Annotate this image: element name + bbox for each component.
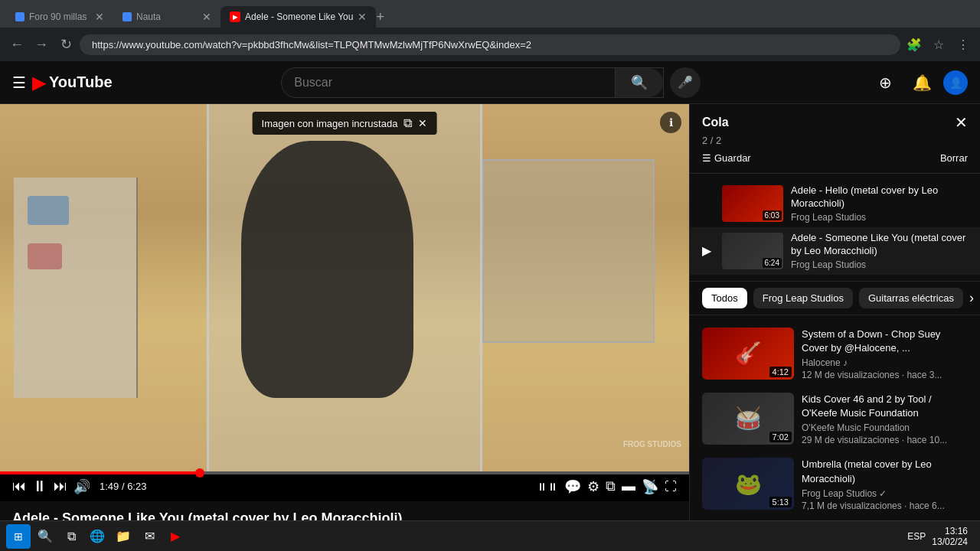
rec-tab-all[interactable]: Todos (702, 288, 747, 308)
rec-thumbnail-1: 🥁 7:02 (702, 393, 794, 445)
search-area: 🔍 🎤 (125, 67, 858, 98)
search-button[interactable]: 🔍 (615, 68, 663, 97)
pip-close-button[interactable]: ✕ (418, 117, 427, 129)
tab-label-1: Foro 90 millas (29, 11, 90, 22)
browser-menu-button[interactable]: ⋮ (952, 34, 974, 55)
rec-stats-2: 7,1 M de visualizaciones · hace 6... (802, 500, 968, 511)
fullscreen-button[interactable]: ⛶ (665, 480, 677, 494)
sidebar: Cola ✕ 2 / 2 ☰ Guardar Borrar 6:0 (689, 104, 980, 551)
rec-tabs-arrow[interactable]: › (969, 290, 974, 306)
reload-button[interactable]: ↻ (55, 34, 77, 55)
cast-button[interactable]: 📡 (642, 478, 658, 495)
address-bar[interactable] (80, 34, 900, 55)
queue-thumbnail-1: 6:03 (722, 185, 783, 222)
browser-tab-3[interactable]: ▶ Adele - Someone Like You ✕ (220, 6, 376, 28)
rec-item-0[interactable]: 🎸 4:12 System of a Down - Chop Suey Cove… (690, 321, 980, 386)
queue-item-channel-2: Frog Leap Studios (791, 259, 968, 270)
new-tab-button[interactable]: + (376, 9, 384, 25)
user-avatar[interactable]: 👤 (943, 70, 968, 95)
video-controls: ⏮ ⏸ ⏭ 🔊 1:49 / 6:23 ⏸⏸ 💬 ⚙ ⧉ ▬ 📡 ⛶ (0, 474, 689, 501)
taskbar-explorer[interactable]: 📁 (112, 525, 135, 548)
video-watermark: FROG STUDIOS (623, 440, 681, 448)
next-button[interactable]: ⏭ (54, 478, 67, 494)
chapters-button[interactable]: ⏸⏸ (537, 481, 558, 493)
time-display: 1:49 / 6:23 (100, 481, 146, 492)
taskbar-youtube-browser[interactable]: ▶ (164, 525, 187, 548)
logo-area: ☰ ▶ YouTube (12, 72, 113, 93)
youtube-logo[interactable]: ▶ YouTube (32, 72, 113, 93)
youtube-header: ☰ ▶ YouTube 🔍 🎤 ⊕ 🔔 👤 (0, 61, 980, 104)
taskbar-task-view[interactable]: ⧉ (60, 525, 83, 548)
queue-duration-2: 6:24 (763, 258, 782, 268)
forward-button[interactable]: → (31, 34, 52, 55)
tab-close-3[interactable]: ✕ (358, 11, 367, 23)
tab-favicon-2 (122, 12, 132, 21)
progress-fill (0, 471, 200, 474)
search-box: 🔍 (281, 67, 664, 98)
rec-stats-1: 29 M de visualizaciones · hace 10... (802, 435, 968, 445)
browser-tab-bar: Foro 90 millas ✕ Nauta ✕ ▶ Adele - Someo… (0, 0, 980, 28)
browser-extensions-button[interactable]: 🧩 (903, 34, 925, 55)
browser-bookmark-button[interactable]: ☆ (928, 34, 949, 55)
queue-item-info-1: Adele - Hello (metal cover by Leo Moracc… (791, 184, 968, 223)
taskbar: ⊞ 🔍 ⧉ 🌐 📁 ✉ ▶ ESP 13:16 13/02/24 (0, 520, 980, 551)
queue-clear-button[interactable]: Borrar (940, 152, 968, 164)
taskbar-edge[interactable]: 🌐 (86, 525, 109, 548)
progress-thumb (195, 468, 204, 478)
rec-tab-frog[interactable]: Frog Leap Studios (753, 288, 853, 308)
scene-shelf-item-2 (28, 243, 62, 269)
hamburger-menu-button[interactable]: ☰ (12, 73, 26, 92)
search-input[interactable] (282, 70, 615, 96)
taskbar-search[interactable]: 🔍 (34, 525, 57, 548)
video-content (0, 104, 689, 471)
taskbar-clock: 13:16 13/02/24 (932, 526, 968, 547)
language-button[interactable]: ESP (907, 531, 926, 542)
rec-duration-1: 7:02 (769, 432, 792, 442)
browser-tab-1[interactable]: Foro 90 millas ✕ (6, 6, 113, 28)
queue-item-title-2: Adele - Someone Like You (metal cover by… (791, 232, 968, 258)
rec-item-2[interactable]: 🐸 5:13 Umbrella (metal cover by Leo Mora… (690, 452, 980, 517)
scene-mirror (482, 159, 655, 343)
settings-button[interactable]: ⚙ (587, 478, 599, 495)
queue-item-2[interactable]: ▶ 6:24 Adele - Someone Like You (metal c… (690, 227, 980, 275)
video-info-button[interactable]: ℹ (660, 112, 681, 133)
rec-thumbnail-0: 🎸 4:12 (702, 328, 794, 380)
rec-stats-0: 12 M de visualizaciones · hace 3... (802, 370, 968, 380)
miniplayer-button[interactable]: ⧉ (606, 478, 616, 494)
create-button[interactable]: ⊕ (870, 67, 900, 98)
browser-tab-2[interactable]: Nauta ✕ (113, 6, 220, 28)
queue-save-button[interactable]: ☰ Guardar (702, 152, 751, 164)
queue-position: 2 / 2 (702, 135, 968, 146)
rec-channel-1: O'Keefe Music Foundation (802, 422, 968, 433)
queue-title-row: Cola ✕ (702, 113, 968, 132)
volume-button[interactable]: 🔊 (74, 478, 90, 495)
tab-close-1[interactable]: ✕ (95, 11, 104, 23)
notifications-button[interactable]: 🔔 (906, 67, 937, 98)
tab-close-2[interactable]: ✕ (202, 11, 211, 23)
previous-button[interactable]: ⏮ (12, 478, 26, 494)
taskbar-mail[interactable]: ✉ (138, 525, 161, 548)
rec-item-1[interactable]: 🥁 7:02 Kids Cover 46 and 2 by Tool / O'K… (690, 386, 980, 452)
video-frame[interactable]: Imagen con imagen incrustada ⧉ ✕ ℹ FROG … (0, 104, 689, 471)
queue-item-title-1: Adele - Hello (metal cover by Leo Moracc… (791, 184, 968, 210)
back-button[interactable]: ← (6, 34, 28, 55)
header-actions: ⊕ 🔔 👤 (870, 67, 968, 98)
video-player: Imagen con imagen incrustada ⧉ ✕ ℹ FROG … (0, 104, 689, 501)
play-pause-button[interactable]: ⏸ (32, 478, 47, 495)
progress-area (0, 471, 689, 474)
start-button[interactable]: ⊞ (6, 524, 31, 549)
queue-item-info-2: Adele - Someone Like You (metal cover by… (791, 232, 968, 270)
tab-label-2: Nauta (136, 11, 198, 22)
rec-duration-2: 5:13 (769, 497, 792, 507)
queue-item-1[interactable]: 6:03 Adele - Hello (metal cover by Leo M… (690, 180, 980, 227)
subtitles-button[interactable]: 💬 (564, 478, 581, 495)
queue-duration-1: 6:03 (763, 210, 782, 220)
rec-info-0: System of a Down - Chop Suey Cover by @H… (802, 328, 968, 380)
progress-bar[interactable] (0, 471, 689, 474)
save-queue-icon: ☰ (702, 152, 711, 164)
queue-close-button[interactable]: ✕ (955, 113, 968, 132)
rec-tab-guitars[interactable]: Guitarras eléctricas (859, 288, 963, 308)
theater-button[interactable]: ▬ (622, 478, 635, 494)
rec-channel-0: Halocene ♪ (802, 357, 968, 368)
voice-search-button[interactable]: 🎤 (670, 67, 701, 98)
